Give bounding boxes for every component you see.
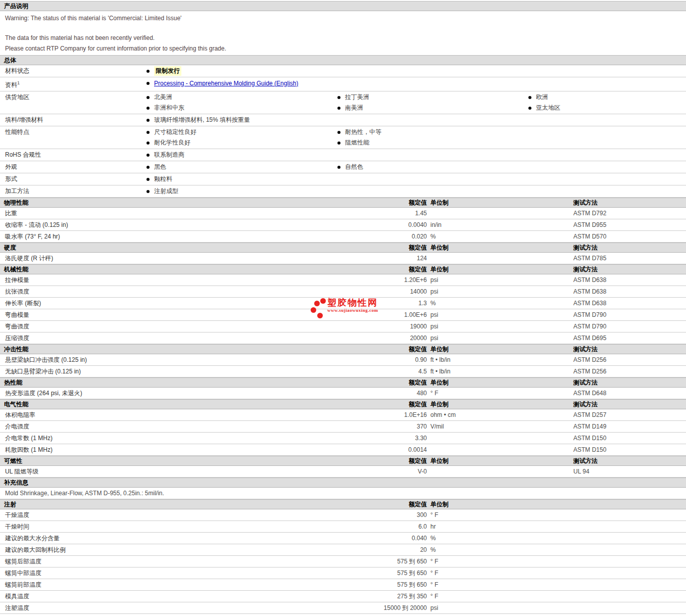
property-rated-value: 4.5 — [307, 368, 430, 375]
property-rated-value: 3.30 — [307, 435, 430, 442]
general-row: 外观黑色自然色 — [0, 161, 686, 173]
general-row-cell: Processing - Comprehensive Molding Guide… — [145, 78, 336, 90]
general-row-label: 性能特点 — [0, 127, 145, 148]
bullet-item-text: 亚太地区 — [536, 104, 560, 112]
property-rated-value: 370 — [307, 423, 430, 430]
property-label: 洛氏硬度 (R 计秤) — [0, 254, 307, 263]
bullet-icon — [528, 96, 531, 99]
property-rated-value: 275 到 350 — [307, 592, 430, 601]
column-header-rated-value: 额定值 — [307, 457, 430, 465]
property-row: 模具温度275 到 350° F — [0, 591, 686, 602]
property-rated-value: 14000 — [307, 288, 430, 295]
warning-text: Please contact RTP Company for current i… — [5, 45, 686, 52]
property-row: 拉伸模量1.20E+6psiASTM D638 — [0, 274, 686, 286]
bullet-item-text: 耐热性，中等 — [345, 128, 381, 136]
bullet-item-text: 阻燃性能 — [345, 138, 369, 147]
page-title: 产品说明 — [0, 2, 307, 11]
bullet-item: 拉丁美洲 — [336, 92, 527, 103]
property-rated-value: 0.0040 — [307, 221, 430, 228]
property-unit: psi — [430, 276, 573, 283]
property-row: 悬壁梁缺口冲击强度 (0.125 in)0.90ft • lb/inASTM D… — [0, 354, 686, 366]
property-label: 比重 — [0, 209, 307, 218]
property-row: 比重1.45ASTM D792 — [0, 208, 686, 219]
general-row-cell: 限制发行 — [145, 66, 336, 76]
property-label: 注塑温度 — [0, 604, 307, 612]
column-header-unit-system: 单位制 — [430, 265, 573, 274]
property-row: 压缩强度20000psiASTM D695 — [0, 333, 686, 344]
property-unit: in/in — [430, 221, 573, 228]
general-row-cell: 欧洲亚太地区 — [527, 92, 686, 113]
property-test-method: ASTM D257 — [573, 411, 686, 418]
supplementary-row: Mold Shrinkage, Linear-Flow, ASTM D-955,… — [0, 488, 686, 499]
property-rated-value: 20 — [307, 546, 430, 553]
property-unit: ° F — [430, 593, 573, 600]
property-unit: ° F — [430, 581, 573, 588]
property-rated-value: 0.040 — [307, 535, 430, 542]
property-rated-value: 15000 到 20000 — [307, 604, 430, 612]
property-unit: ft • lb/in — [430, 368, 573, 375]
supplementary-text: Mold Shrinkage, Linear-Flow, ASTM D-955,… — [0, 490, 164, 497]
section-title: 电气性能 — [0, 400, 307, 409]
section-title: 总体 — [0, 56, 307, 65]
property-test-method: ASTM D150 — [573, 435, 686, 442]
column-header-unit-system: 单位制 — [430, 345, 573, 354]
property-label: 吸水率 (73° F, 24 hr) — [0, 232, 307, 241]
property-row: 合模力5.0 到 8.0tons/in² — [0, 614, 686, 616]
property-row: 注塑温度15000 到 20000psi — [0, 602, 686, 614]
bullet-item-text: 拉丁美洲 — [345, 93, 369, 102]
property-unit: % — [430, 546, 573, 553]
bullet-item: Processing - Comprehensive Molding Guide… — [145, 78, 336, 88]
bullet-icon — [146, 70, 150, 73]
column-header-unit-system: 单位制 — [430, 457, 573, 465]
property-label: 干燥时间 — [0, 523, 307, 531]
property-row: 螺筒前部温度575 到 650° F — [0, 579, 686, 591]
bullet-icon — [146, 107, 150, 110]
column-header-test-method: 测试方法 — [573, 244, 686, 252]
column-header-rated-value: 额定值 — [307, 265, 430, 274]
property-label: 介电强度 — [0, 422, 307, 431]
property-label: 模具温度 — [0, 592, 307, 601]
property-rated-value: 6.0 — [307, 523, 430, 530]
property-label: 伸长率 (断裂) — [0, 299, 307, 308]
property-row: 伸长率 (断裂)1.3%ASTM D638 — [0, 298, 686, 309]
label-text: 供货地区 — [5, 93, 29, 101]
property-label: 热变形温度 (264 psi, 未退火) — [0, 389, 307, 398]
property-row: 介电常数 (1 MHz)3.30ASTM D150 — [0, 433, 686, 444]
property-label: UL 阻燃等级 — [0, 467, 307, 476]
section-header-product-description: 产品说明 — [0, 1, 686, 11]
property-unit: V/mil — [430, 423, 573, 430]
property-row: UL 阻燃等级V-0UL 94 — [0, 466, 686, 478]
label-text: 形式 — [5, 175, 17, 182]
property-unit: ° F — [430, 570, 573, 577]
property-row: 抗张强度14000psiASTM D638 — [0, 286, 686, 298]
column-header-unit-system: 单位制 — [430, 378, 573, 387]
section-title: 可燃性 — [0, 457, 307, 465]
bullet-icon — [337, 141, 340, 145]
label-superscript: 1 — [17, 80, 20, 85]
property-rated-value: 0.90 — [307, 356, 430, 363]
bullet-icon — [146, 154, 150, 157]
general-row-label: 资料1 — [0, 78, 145, 90]
general-row-label: 材料状态 — [0, 66, 145, 76]
column-header-rated-value: 额定值 — [307, 500, 430, 509]
section-header: 物理性能额定值单位制测试方法 — [0, 198, 686, 208]
general-section: 总体材料状态限制发行资料1Processing - Comprehensive … — [0, 55, 686, 198]
property-row: 干燥温度300° F — [0, 509, 686, 521]
bullet-item: 非洲和中东 — [145, 103, 336, 113]
molding-guide-link[interactable]: Processing - Comprehensive Molding Guide… — [154, 80, 298, 87]
property-test-method: UL 94 — [573, 468, 686, 475]
property-rated-value: 1.20E+6 — [307, 276, 430, 283]
bullet-icon — [146, 190, 150, 193]
bullet-icon — [146, 178, 150, 181]
general-row-label: 填料/增强材料 — [0, 115, 145, 125]
general-row: 资料1Processing - Comprehensive Molding Gu… — [0, 77, 686, 91]
column-header-test-method: 测试方法 — [573, 199, 686, 207]
property-rated-value: 575 到 650 — [307, 569, 430, 578]
bullet-item: 玻璃纤维增强材料, 15% 填料按重量 — [145, 115, 336, 125]
property-label: 螺筒中部温度 — [0, 569, 307, 578]
column-header-unit-system: 单位制 — [430, 400, 573, 409]
general-row-label: 供货地区 — [0, 92, 145, 113]
property-test-method: ASTM D695 — [573, 335, 686, 342]
property-test-method: ASTM D638 — [573, 288, 686, 295]
property-row: 吸水率 (73° F, 24 hr)0.020%ASTM D570 — [0, 231, 686, 243]
